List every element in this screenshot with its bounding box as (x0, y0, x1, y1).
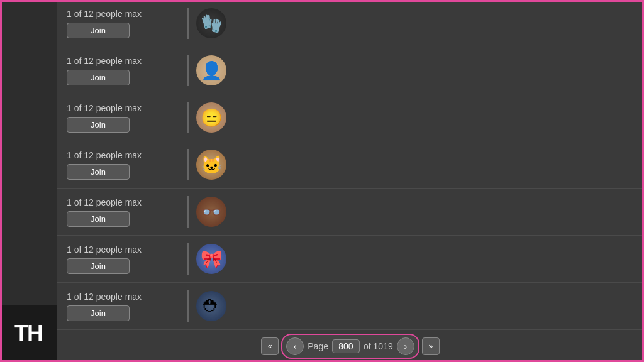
avatar: 🐱 (196, 150, 226, 180)
divider (187, 243, 189, 275)
server-row: 1 of 12 people max Join 🧤 (57, 0, 644, 47)
divider (187, 290, 189, 322)
server-row: 1 of 12 people max Join 🐱 (57, 141, 644, 189)
people-count: 1 of 12 people max (67, 56, 180, 66)
server-info: 1 of 12 people max Join (67, 150, 180, 180)
page-label: Page (308, 341, 328, 351)
people-count: 1 of 12 people max (67, 9, 180, 19)
server-info: 1 of 12 people max Join (67, 9, 180, 38)
people-count: 1 of 12 people max (67, 292, 180, 302)
server-info: 1 of 12 people max Join (67, 292, 180, 321)
first-icon: « (268, 342, 272, 351)
of-total-label: of 1019 (364, 341, 393, 351)
server-info: 1 of 12 people max Join (67, 56, 180, 85)
brand-text: TH (14, 321, 42, 347)
divider (187, 196, 189, 228)
avatar: ⛑ (196, 291, 226, 321)
divider (187, 55, 189, 86)
pagination-bar: « ‹ Page of 1019 › » (57, 329, 644, 362)
people-count: 1 of 12 people max (67, 244, 180, 255)
join-button[interactable]: Join (67, 258, 130, 274)
server-info: 1 of 12 people max Join (67, 197, 180, 227)
join-button[interactable]: Join (67, 23, 130, 38)
join-button[interactable]: Join (67, 164, 130, 180)
avatar: 👓 (196, 197, 226, 227)
main-content: 1 of 12 people max Join 🧤 1 of 12 people… (57, 0, 644, 362)
join-button[interactable]: Join (67, 211, 130, 227)
last-icon: » (428, 342, 433, 351)
divider (187, 8, 189, 39)
server-row: 1 of 12 people max Join ⛑ (57, 283, 644, 329)
join-button[interactable]: Join (67, 117, 130, 133)
brand-area: TH (0, 305, 57, 362)
server-row: 1 of 12 people max Join 👓 (57, 189, 644, 236)
avatar: 👤 (196, 55, 226, 85)
prev-page-button[interactable]: ‹ (286, 337, 304, 355)
next-icon: › (404, 341, 407, 351)
server-row: 1 of 12 people max Join 🎀 (57, 236, 644, 283)
page-number-input[interactable] (332, 339, 360, 353)
divider (187, 149, 189, 180)
next-page-button[interactable]: › (397, 337, 414, 355)
people-count: 1 of 12 people max (67, 103, 180, 113)
avatar: 😑 (196, 102, 226, 133)
prev-icon: ‹ (294, 341, 297, 351)
server-list: 1 of 12 people max Join 🧤 1 of 12 people… (57, 0, 644, 329)
page-nav-container: ‹ Page of 1019 › (281, 334, 419, 359)
avatar: 🧤 (196, 8, 226, 38)
join-button[interactable]: Join (67, 70, 130, 85)
server-row: 1 of 12 people max Join 😑 (57, 94, 644, 141)
server-info: 1 of 12 people max Join (67, 103, 180, 133)
server-info: 1 of 12 people max Join (67, 244, 180, 274)
people-count: 1 of 12 people max (67, 150, 180, 160)
server-row: 1 of 12 people max Join 👤 (57, 47, 644, 94)
last-page-button[interactable]: » (422, 337, 440, 355)
avatar: 🎀 (196, 244, 226, 274)
people-count: 1 of 12 people max (67, 197, 180, 207)
divider (187, 102, 189, 133)
first-page-button[interactable]: « (261, 337, 279, 355)
join-button[interactable]: Join (67, 305, 130, 321)
